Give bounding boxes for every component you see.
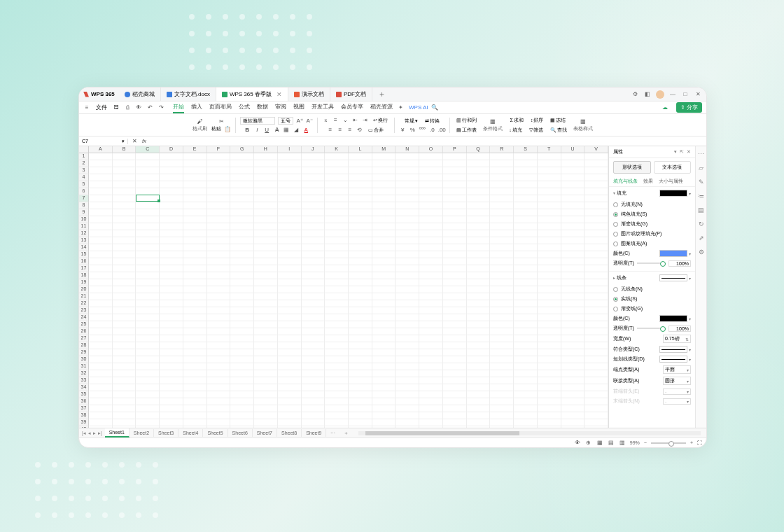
cell[interactable]: [396, 244, 419, 251]
row-header[interactable]: 21: [79, 293, 89, 300]
row-header[interactable]: 27: [79, 335, 89, 342]
cell[interactable]: [325, 237, 349, 244]
cell[interactable]: [419, 419, 443, 426]
sheet-more[interactable]: ⋯: [326, 430, 340, 436]
cell[interactable]: [325, 209, 349, 216]
sheet-tab[interactable]: Sheet9: [302, 429, 326, 437]
paste-button[interactable]: 粘贴: [211, 125, 221, 132]
cell[interactable]: [160, 209, 183, 216]
cell[interactable]: [538, 363, 561, 370]
cell[interactable]: [584, 279, 608, 286]
cell[interactable]: [325, 216, 349, 223]
cell[interactable]: [325, 377, 349, 384]
number-format-select[interactable]: 常规 ▾: [402, 117, 420, 125]
cell[interactable]: [183, 398, 207, 405]
row-header[interactable]: 5: [79, 181, 89, 188]
cell[interactable]: [349, 216, 372, 223]
cell[interactable]: [372, 384, 396, 391]
cell[interactable]: [113, 405, 136, 412]
cell[interactable]: [207, 279, 231, 286]
avatar[interactable]: [656, 90, 664, 99]
subtab-size-props[interactable]: 大小与属性: [659, 178, 683, 185]
cell[interactable]: [561, 153, 585, 160]
column-header[interactable]: G: [230, 146, 254, 153]
cell[interactable]: [136, 314, 160, 321]
cell[interactable]: [419, 244, 443, 251]
cell[interactable]: [349, 237, 372, 244]
view-normal-icon[interactable]: ▦: [596, 440, 603, 447]
cell[interactable]: [372, 223, 396, 230]
cell[interactable]: [113, 188, 136, 195]
cell[interactable]: [561, 223, 585, 230]
cell[interactable]: [561, 244, 585, 251]
line-color-swatch[interactable]: [659, 315, 687, 322]
column-header[interactable]: M: [372, 146, 396, 153]
align-top-icon[interactable]: ⌅: [322, 117, 329, 124]
cell[interactable]: [490, 279, 514, 286]
cell[interactable]: [113, 216, 136, 223]
cell[interactable]: [584, 300, 608, 307]
row-header[interactable]: 40: [79, 426, 89, 428]
border-icon[interactable]: ▦: [283, 126, 290, 133]
cell[interactable]: [183, 251, 207, 258]
cell[interactable]: [490, 384, 514, 391]
cell[interactable]: [207, 363, 231, 370]
cell[interactable]: [584, 286, 608, 293]
cell[interactable]: [278, 188, 302, 195]
cell[interactable]: [584, 370, 608, 377]
cell[interactable]: [396, 356, 419, 363]
cell[interactable]: [467, 314, 491, 321]
cell[interactable]: [584, 265, 608, 272]
fill-option[interactable]: 无填充(N): [613, 200, 691, 209]
cell[interactable]: [584, 181, 608, 188]
menu-icon[interactable]: ≡: [83, 104, 90, 111]
fill-button[interactable]: ↓ 填充: [507, 126, 524, 134]
cell[interactable]: [325, 195, 349, 202]
cell[interactable]: [89, 216, 113, 223]
wps-ai-link[interactable]: WPS AI: [409, 104, 428, 111]
cell[interactable]: [302, 258, 326, 265]
cell[interactable]: [113, 153, 136, 160]
cell[interactable]: [372, 272, 396, 279]
cell[interactable]: [349, 391, 372, 398]
cell[interactable]: [160, 335, 183, 342]
cell[interactable]: [160, 300, 183, 307]
rows-cols-button[interactable]: ▥ 行和列: [454, 116, 479, 125]
cell[interactable]: [113, 328, 136, 335]
cell[interactable]: [89, 342, 113, 349]
cell[interactable]: [113, 209, 136, 216]
cell[interactable]: [514, 181, 538, 188]
cell[interactable]: [230, 384, 254, 391]
cell[interactable]: [325, 363, 349, 370]
cell[interactable]: [467, 272, 491, 279]
cell[interactable]: [396, 349, 419, 356]
cell[interactable]: [183, 272, 207, 279]
cell[interactable]: [538, 419, 561, 426]
cell[interactable]: [230, 356, 254, 363]
cell[interactable]: [561, 167, 585, 174]
cell[interactable]: [183, 188, 207, 195]
cell[interactable]: [230, 286, 254, 293]
cell[interactable]: [183, 174, 207, 181]
cell[interactable]: [160, 174, 183, 181]
cell[interactable]: [538, 314, 561, 321]
cell[interactable]: [89, 167, 113, 174]
cell[interactable]: [160, 356, 183, 363]
row-header[interactable]: 34: [79, 384, 89, 391]
cell[interactable]: [467, 230, 491, 237]
cell[interactable]: [302, 279, 326, 286]
cell[interactable]: [230, 391, 254, 398]
cell[interactable]: [561, 419, 585, 426]
line-section-title[interactable]: 线条: [617, 275, 626, 280]
cell[interactable]: [183, 265, 207, 272]
cell[interactable]: [490, 405, 514, 412]
cell[interactable]: [325, 356, 349, 363]
sheet-tab[interactable]: Sheet8: [277, 429, 302, 437]
cell[interactable]: [514, 188, 538, 195]
cell[interactable]: [113, 181, 136, 188]
cell[interactable]: [325, 230, 349, 237]
cell[interactable]: [538, 258, 561, 265]
cell[interactable]: [490, 153, 514, 160]
cell[interactable]: [325, 314, 349, 321]
file-menu[interactable]: 文件: [93, 104, 110, 111]
